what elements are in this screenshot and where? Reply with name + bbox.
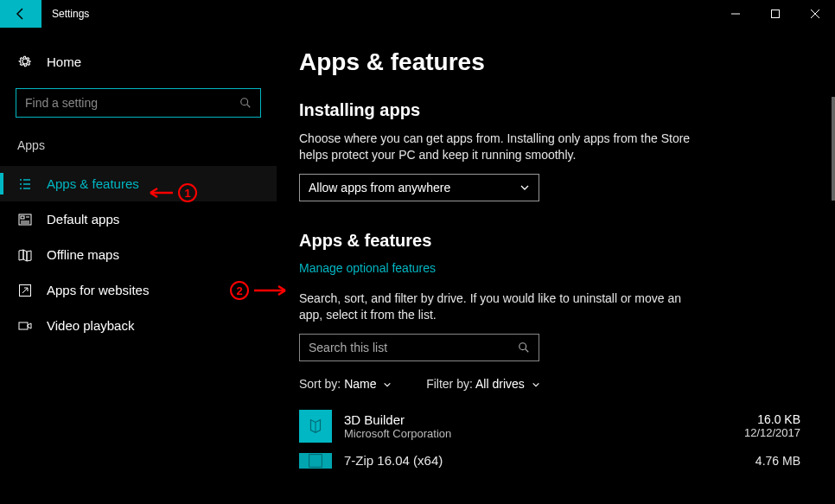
search-input[interactable]: [16, 88, 261, 118]
window-title: Settings: [41, 8, 89, 20]
scrollbar[interactable]: [832, 97, 835, 201]
title-bar: Settings: [0, 0, 835, 28]
app-size: 16.0 KB: [697, 412, 800, 426]
defaults-icon: [17, 213, 33, 226]
app-name: 3D Builder: [344, 412, 697, 427]
page-title: Apps & features: [299, 48, 800, 76]
list-icon: [17, 177, 33, 191]
search-list-placeholder: Search this list: [309, 341, 387, 354]
back-button[interactable]: [0, 0, 41, 28]
home-nav[interactable]: Home: [0, 48, 277, 74]
svg-line-3: [247, 105, 251, 108]
installing-apps-heading: Installing apps: [299, 100, 800, 120]
search-icon: [239, 97, 252, 109]
video-icon: [17, 319, 33, 333]
sort-dropdown[interactable]: Sort by: Name: [299, 377, 395, 391]
sidebar-item-video-playback[interactable]: Video playback: [0, 308, 277, 343]
svg-rect-1: [772, 10, 780, 18]
close-button[interactable]: [795, 0, 835, 28]
app-tile-icon: [299, 453, 332, 469]
svg-rect-13: [309, 454, 322, 467]
chevron-down-icon: [532, 380, 540, 389]
minimize-button[interactable]: [716, 0, 755, 28]
manage-optional-features-link[interactable]: Manage optional features: [299, 261, 436, 275]
install-source-select[interactable]: Allow apps from anywhere: [299, 174, 539, 201]
chevron-down-icon: [519, 182, 530, 193]
sidebar-item-apps-features[interactable]: Apps & features: [0, 166, 277, 201]
svg-rect-5: [21, 216, 24, 219]
app-date: 12/12/2017: [697, 426, 800, 439]
app-name: 7-Zip 16.04 (x64): [344, 453, 697, 468]
svg-rect-10: [19, 322, 28, 329]
select-value: Allow apps from anywhere: [309, 181, 450, 195]
search-field[interactable]: [25, 96, 239, 110]
sidebar-item-offline-maps[interactable]: Offline maps: [0, 237, 277, 272]
sidebar-section: Apps: [0, 138, 277, 166]
search-list-input[interactable]: Search this list: [299, 334, 539, 361]
sidebar-item-label: Apps for websites: [47, 283, 149, 297]
sidebar-item-apps-websites[interactable]: Apps for websites: [0, 272, 277, 308]
app-row[interactable]: 3D Builder Microsoft Corporation 16.0 KB…: [299, 405, 800, 448]
svg-point-2: [241, 99, 248, 105]
sidebar-item-label: Video playback: [47, 318, 134, 333]
sidebar-item-label: Apps & features: [47, 176, 139, 191]
chevron-down-icon: [383, 380, 392, 389]
app-row[interactable]: 7-Zip 16.04 (x64) 4.76 MB: [299, 448, 800, 474]
main-content: Apps & features Installing apps Choose w…: [277, 28, 835, 504]
app-tile-icon: [299, 410, 332, 443]
sort-filter-row: Sort by: Name Filter by: All drives: [299, 377, 800, 391]
sidebar-item-label: Offline maps: [47, 247, 119, 262]
apps-features-desc: Search, sort, and filter by drive. If yo…: [299, 290, 697, 323]
filter-dropdown[interactable]: Filter by: All drives: [426, 377, 540, 391]
svg-line-12: [526, 348, 529, 352]
svg-point-11: [519, 342, 526, 349]
sidebar: Home Apps Apps & features Default apps: [0, 28, 277, 504]
sidebar-item-default-apps[interactable]: Default apps: [0, 201, 277, 237]
map-icon: [17, 248, 33, 262]
sidebar-item-label: Default apps: [47, 212, 119, 226]
search-icon: [518, 341, 530, 354]
home-label: Home: [47, 54, 81, 69]
app-size: 4.76 MB: [697, 454, 800, 468]
maximize-button[interactable]: [755, 0, 795, 28]
app-publisher: Microsoft Corporation: [344, 427, 697, 440]
installing-apps-desc: Choose where you can get apps from. Inst…: [299, 131, 697, 163]
apps-features-heading: Apps & features: [299, 231, 800, 251]
gear-icon: [17, 54, 33, 69]
open-icon: [17, 284, 33, 297]
